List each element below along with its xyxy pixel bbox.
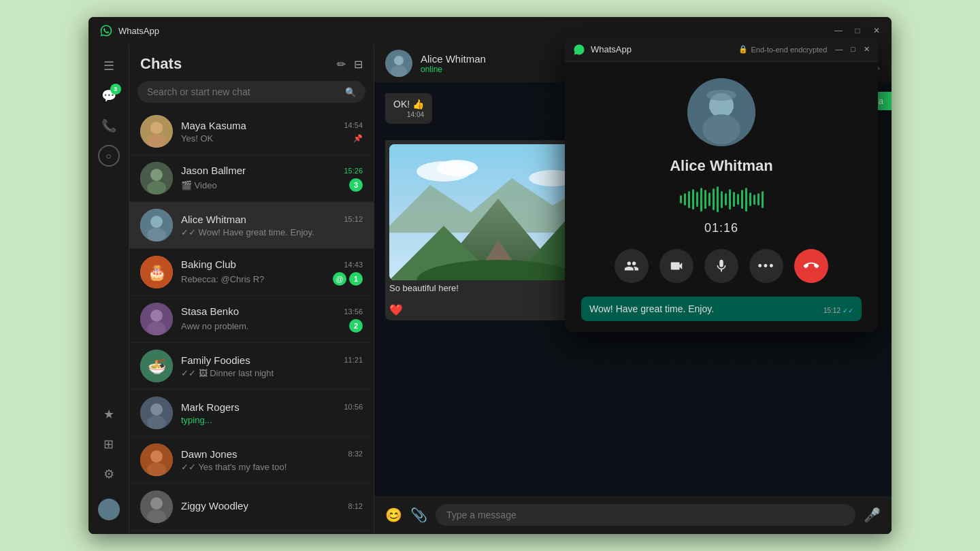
waveform-bar (704, 190, 706, 209)
call-title: WhatsApp (591, 44, 738, 54)
app-window: WhatsApp — □ ✕ ☰ 💬 3 📞 ○ ★ ⊞ ⚙ (88, 17, 892, 534)
svg-point-7 (150, 216, 163, 228)
chat-item-maya[interactable]: Maya Kasuma 14:54 Yes! OK 📌 (129, 108, 374, 155)
chat-preview-mark: typing... (181, 415, 363, 425)
chat-preview-baking: Rebecca: @Chris R? @ 1 (181, 272, 363, 286)
message-input[interactable] (436, 504, 855, 526)
message-time-1: 14:04 (393, 111, 424, 118)
waveform-bar (741, 190, 743, 209)
search-bar[interactable]: 🔍 (137, 81, 365, 103)
call-video-button[interactable] (659, 249, 693, 283)
chat-name-maya: Maya Kasuma (181, 120, 246, 131)
chat-name-stasa: Stasa Benko (181, 305, 239, 317)
search-magnifier-icon: 🔍 (345, 87, 356, 97)
avatar-jason (140, 162, 173, 195)
chat-item-mark[interactable]: Mark Rogers 10:56 typing... (129, 390, 374, 437)
chat-info-mark: Mark Rogers 10:56 typing... (181, 401, 363, 425)
avatar-mark (140, 397, 173, 429)
chat-item-baking[interactable]: 🎂 Baking Club 14:43 Rebecca: @Chris R? @… (129, 249, 374, 296)
chat-time-family: 11:21 (344, 356, 363, 364)
call-encryption-label: 🔒 End-to-end endcrypted (738, 45, 827, 54)
svg-point-40 (706, 90, 736, 101)
chat-time-dawn: 8:32 (348, 450, 363, 458)
chat-item-dawn[interactable]: Dawn Jones 8:32 ✓✓ Yes that's my fave to… (129, 437, 374, 484)
new-chat-icon[interactable]: ✏ (337, 58, 346, 71)
emoji-button[interactable]: 😊 (385, 507, 402, 523)
chat-item-ziggy[interactable]: Ziggy Woodley 8:12 (129, 484, 374, 531)
sidebar-chats-icon[interactable]: 💬 3 (95, 82, 122, 110)
attach-button[interactable]: 📎 (410, 507, 427, 523)
waveform-bar (749, 193, 751, 206)
chat-name-mark: Mark Rogers (181, 401, 240, 413)
call-controls: ••• (615, 249, 828, 283)
svg-text:🍜: 🍜 (148, 357, 167, 375)
call-participants-button[interactable] (615, 249, 649, 283)
call-body: Alice Whitman 01:16 ••• (565, 62, 878, 332)
svg-text:🎂: 🎂 (148, 263, 167, 282)
svg-point-18 (147, 416, 166, 429)
chat-item-stasa[interactable]: Stasa Benko 13:56 Aww no problem. 2 (129, 296, 374, 343)
svg-point-26 (394, 56, 404, 65)
svg-point-30 (437, 160, 478, 176)
waveform-bar (737, 194, 739, 205)
sidebar-avatar[interactable] (95, 496, 122, 523)
close-button[interactable]: ✕ (872, 26, 881, 35)
svg-point-39 (702, 114, 740, 144)
avatar-family: 🍜 (140, 350, 173, 382)
svg-point-13 (147, 322, 166, 335)
sidebar-calls-icon[interactable]: 📞 (95, 112, 122, 139)
filter-icon[interactable]: ⊟ (354, 58, 363, 71)
sidebar-status-icon[interactable]: ○ (98, 145, 120, 167)
message-text-1: OK! 👍 (393, 99, 424, 110)
svg-point-21 (147, 463, 166, 476)
unread-badge-jason: 3 (349, 178, 363, 192)
chat-preview-alice: ✓✓ Wow! Have great time. Enjoy. (181, 227, 363, 237)
chat-info-stasa: Stasa Benko 13:56 Aww no problem. 2 (181, 305, 363, 333)
chat-time-maya: 14:54 (344, 121, 363, 129)
svg-point-1 (150, 122, 163, 134)
chat-item-jason[interactable]: Jason Ballmer 15:26 🎬 Video 3 (129, 155, 374, 202)
call-close-button[interactable]: ✕ (864, 45, 870, 54)
call-message-text: Wow! Have great time. Enjoy. (589, 303, 714, 314)
chats-badge: 3 (110, 84, 121, 95)
chat-time-mark: 10:56 (344, 403, 363, 411)
app-title: WhatsApp (118, 26, 834, 36)
avatar-alice (140, 209, 173, 241)
sidebar-starred-icon[interactable]: ★ (95, 401, 122, 428)
waveform-bar (745, 188, 747, 212)
call-mute-button[interactable] (704, 249, 738, 283)
chat-info-jason: Jason Ballmer 15:26 🎬 Video 3 (181, 165, 363, 192)
svg-point-24 (147, 510, 166, 523)
chat-info-ziggy: Ziggy Woodley 8:12 (181, 500, 363, 514)
chat-name-alice: Alice Whitman (181, 214, 246, 225)
chat-item-family[interactable]: 🍜 Family Foodies 11:21 ✓✓ 🖼 Dinner last … (129, 343, 374, 390)
call-whatsapp-logo (573, 44, 585, 56)
avatar-baking: 🎂 (140, 256, 173, 288)
voice-message-button[interactable]: 🎤 (864, 507, 881, 523)
chat-item-alice[interactable]: Alice Whitman 15:12 ✓✓ Wow! Have great t… (129, 202, 374, 249)
chat-header-avatar[interactable] (385, 50, 412, 77)
chat-info-baking: Baking Club 14:43 Rebecca: @Chris R? @ 1 (181, 258, 363, 286)
call-more-button[interactable]: ••• (749, 249, 783, 283)
chat-name-baking: Baking Club (181, 258, 236, 270)
end-call-button[interactable] (794, 249, 828, 283)
message-bubble-1: OK! 👍 14:04 (385, 93, 432, 124)
sidebar-icons: ☰ 💬 3 📞 ○ ★ ⊞ ⚙ (88, 44, 129, 534)
whatsapp-logo-icon (99, 24, 113, 37)
sidebar-menu-icon[interactable]: ☰ (95, 52, 122, 80)
call-maximize-button[interactable]: □ (851, 45, 855, 54)
search-input[interactable] (147, 86, 345, 97)
call-last-message: Wow! Have great time. Enjoy. 15:12 ✓✓ (581, 297, 862, 321)
maximize-button[interactable]: □ (853, 26, 862, 35)
chat-preview-dawn: ✓✓ Yes that's my fave too! (181, 462, 363, 472)
call-contact-name: Alice Whitman (670, 157, 773, 175)
sidebar-settings-icon[interactable]: ⚙ (95, 461, 122, 488)
chat-preview-family: ✓✓ 🖼 Dinner last night (181, 368, 363, 378)
minimize-button[interactable]: — (834, 26, 843, 35)
input-bar: 😊 📎 🎤 (374, 496, 892, 534)
sidebar-archive-icon[interactable]: ⊞ (95, 431, 122, 458)
waveform-bar (692, 189, 694, 210)
waveform-bar (733, 192, 735, 207)
call-minimize-button[interactable]: — (835, 45, 843, 54)
pin-icon-maya: 📌 (353, 134, 363, 143)
